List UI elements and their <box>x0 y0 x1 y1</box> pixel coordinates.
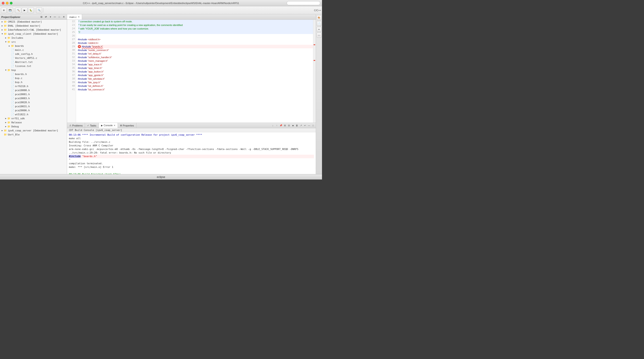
toggle-ehal[interactable]: ▶ <box>1 25 4 27</box>
console-close-icon[interactable]: ✕ <box>114 124 116 127</box>
minimize-panel-icon[interactable]: — <box>53 15 56 19</box>
tree-item-includes[interactable]: ▶ 📁 Includes <box>0 36 67 40</box>
tree-item-cmsis[interactable]: ▶ 📁 CMSIS [Embedded master] <box>0 20 67 24</box>
toolbar-btn-debug[interactable]: 🐛 <box>28 8 34 13</box>
tree-item-pca10001[interactable]: ▶ 📄 pca10001.h <box>0 92 67 96</box>
toggle-ipv6-client[interactable]: ▼ <box>1 33 4 35</box>
toggle-ipv6-server[interactable]: ▶ <box>1 129 4 132</box>
file-icon-wt51822: 📄 <box>11 113 14 116</box>
tree-item-vectors[interactable]: ▶ 📄 Vectors_nRF51.c <box>0 56 67 60</box>
toolbar-btn-new[interactable]: ⊕ <box>1 8 7 13</box>
tree-item-sdkconfig[interactable]: ▶ 📄 sdk_config.h <box>0 52 67 56</box>
minimize-bottom-icon[interactable]: — <box>307 124 311 127</box>
tree-item-license[interactable]: ▶ 📄 license.txt <box>0 64 67 68</box>
tree-item-release[interactable]: ▶ 📁 Release <box>0 120 67 124</box>
code-text-38: #include <box>78 77 87 81</box>
close-button[interactable] <box>2 2 4 5</box>
tab-properties[interactable]: ⊞ Properties <box>118 123 136 128</box>
tree-item-mainc[interactable]: ▶ 📄 main.c <box>0 48 67 52</box>
tree-item-nrf51sdk[interactable]: ▶ 📁 nrf51_sdk <box>0 116 67 120</box>
right-icon-palette[interactable]: 🎨 <box>317 15 322 20</box>
tree-item-bsp[interactable]: ▼ 📁 bsp <box>0 68 67 72</box>
tree-item-src[interactable]: ▼ 📁 src <box>0 40 67 44</box>
console-clear-icon[interactable]: 🗑 <box>295 124 299 127</box>
tree-item-pca10031[interactable]: ▶ 📄 pca10031.h <box>0 104 67 108</box>
tree-item-bspc[interactable]: ▶ 📄 bsp.c <box>0 76 67 80</box>
maximize-bottom-icon[interactable]: □ <box>311 124 315 127</box>
collapse-all-icon[interactable]: ⊟ <box>40 15 43 19</box>
console-scroll-down-icon[interactable]: ↓ <box>271 124 274 127</box>
tree-item-pca10000[interactable]: ▶ 📄 pca10000.h <box>0 88 67 92</box>
code-text-34b: "app_trace.h" <box>88 63 102 66</box>
toolbar-btn-search[interactable]: 🔍 <box>36 8 42 13</box>
tree-item-pca10028[interactable]: ▶ 📄 pca10028.h <box>0 100 67 104</box>
code-text-31: #include <box>78 52 87 56</box>
toggle-includes[interactable]: ▶ <box>4 37 7 39</box>
file-icon-bsph: 📄 <box>11 80 14 84</box>
editor-tab-mainc[interactable]: main.c ✕ <box>67 14 82 20</box>
label-uart-ble: Uart_Ble <box>8 133 20 136</box>
line-numbers: 22 23 24 25 26 27 28 29 30 31 32 33 34 3… <box>67 20 76 123</box>
console-word-wrap-icon[interactable]: ↩ <box>303 124 307 127</box>
console-split-icon[interactable]: ⊟ <box>287 124 291 127</box>
right-icon-pdf[interactable]: 📄 <box>317 21 322 26</box>
tree-item-wt51822[interactable]: ▶ 📄 wt51822.h <box>0 112 67 116</box>
toggle-nrf51sdk[interactable]: ▶ <box>4 117 7 120</box>
toolbar-btn-run[interactable]: ▶ <box>22 8 28 13</box>
console-line-8: ^ <box>69 158 314 162</box>
label-boards: boards <box>15 45 24 48</box>
maximize-panel-icon[interactable]: □ <box>58 15 61 19</box>
properties-icon: ⊞ <box>120 124 122 127</box>
toggle-release[interactable]: ▶ <box>4 121 7 124</box>
console-line-7: #include "boards.h" <box>69 155 314 158</box>
tree-item-ipv6-client[interactable]: ▼ 📁 ipv6_coap_client [Embedded master] <box>0 32 67 36</box>
tree-item-pca10003[interactable]: ▶ 📄 pca10003.h <box>0 96 67 100</box>
editor-tab-close-icon[interactable]: ✕ <box>78 16 80 18</box>
code-text-31b: "nrf_delay.h" <box>88 52 101 56</box>
tree-item-ehal[interactable]: ▶ 📁 EHAL [Embedded master] <box>0 24 67 28</box>
console-output[interactable]: 08:13:06 **** Incremental Build of confi… <box>67 132 316 174</box>
tree-item-uart-ble[interactable]: ▶ 📁 Uart_Ble <box>0 133 67 137</box>
tree-item-nrf6310[interactable]: ▶ 📄 nrf6310.h <box>0 84 67 88</box>
maximize-button[interactable] <box>10 2 12 5</box>
console-stop-icon[interactable]: ■ <box>291 124 295 127</box>
tree-item-ipv6-server[interactable]: ▶ 📁 ipv6_coap_server [Embedded master] <box>0 129 67 133</box>
console-scroll-up-icon[interactable]: ↑ <box>275 124 278 127</box>
tree-item-boards-h[interactable]: ▶ 📄 boards.h <box>0 72 67 76</box>
tree-item-debug[interactable]: ▶ 📁 Debug <box>0 124 67 129</box>
tab-tasks[interactable]: ✓ Tasks <box>85 123 98 128</box>
title-search-input[interactable] <box>287 1 320 5</box>
toolbar-btn-build[interactable]: 🔨 <box>16 8 21 13</box>
link-with-editor-icon[interactable]: ⇌ <box>44 15 48 19</box>
tree-item-boards[interactable]: ▶ 📁 boards <box>0 44 67 48</box>
view-menu-icon[interactable]: ▾ <box>48 15 52 19</box>
tab-console[interactable]: ▶ Console ✕ <box>99 123 118 128</box>
toggle-bsp[interactable]: ▼ <box>4 69 7 71</box>
include-highlight: #include <box>69 155 81 158</box>
console-pin-icon[interactable]: 📌 <box>279 124 283 127</box>
tree-item-bsph[interactable]: ▶ 📄 bsp.h <box>0 80 67 84</box>
console-new-icon[interactable]: ⊞ <box>283 124 287 127</box>
tree-item-abstract[interactable]: ▶ 📄 Abstract.txt <box>0 60 67 64</box>
tab-problems[interactable]: ⚠ Problems <box>67 123 85 128</box>
folder-icon-bsp: 📁 <box>7 68 11 72</box>
toggle-boards[interactable]: ▶ <box>8 45 11 47</box>
code-editor[interactable]: * connection created go back to system-o… <box>76 20 313 123</box>
close-panel-icon[interactable]: ✕ <box>62 15 66 19</box>
minimize-button[interactable] <box>6 2 8 5</box>
right-icon-circle[interactable]: ● <box>317 27 322 32</box>
console-open-log-icon[interactable]: ↗ <box>299 124 303 127</box>
file-icon-pca10028: 📄 <box>11 101 14 104</box>
right-icon-book[interactable]: 📖 <box>317 33 322 38</box>
toggle-debug[interactable]: ▶ <box>4 125 7 128</box>
toggle-src[interactable]: ▼ <box>4 41 7 43</box>
tree-item-ideefe[interactable]: ▶ 📁 IdeefeRemoteCtrlWL [Embedded master] <box>0 28 67 32</box>
toggle-cmsis[interactable]: ▶ <box>1 20 4 23</box>
code-line-26 <box>78 34 313 38</box>
code-text-29a: #include <box>82 45 91 48</box>
file-icon-pca10003: 📄 <box>11 97 14 100</box>
tree-item-pca20006[interactable]: ▶ 📄 pca20006.h <box>0 108 67 112</box>
label-wt51822: wt51822.h <box>15 113 28 116</box>
toolbar-btn-save[interactable]: 💾 <box>7 8 13 13</box>
toggle-ideefe[interactable]: ▶ <box>1 29 4 31</box>
